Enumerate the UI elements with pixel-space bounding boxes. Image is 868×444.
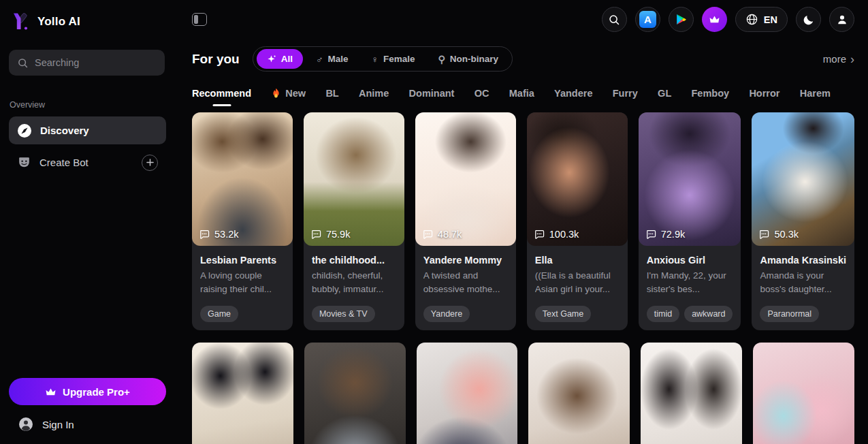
tag[interactable]: awkward — [684, 306, 733, 322]
character-card[interactable]: 48.7k Yandere Mommy A twisted and obsess… — [415, 112, 516, 330]
sidebar-item-discovery[interactable]: Discovery — [9, 116, 166, 144]
character-card[interactable]: 50.3k Amanda Krasinski Amanda is your bo… — [752, 112, 854, 330]
app-store-icon: A — [639, 11, 656, 28]
card-info: Ella ((Ella is a beautiful Asian girl in… — [527, 246, 628, 330]
sidebar-item-label: Discovery — [40, 125, 89, 136]
chevron-right-icon: › — [850, 53, 854, 65]
tab-horror[interactable]: Horror — [749, 88, 779, 100]
tab-mafia[interactable]: Mafia — [509, 88, 534, 100]
tab-gl[interactable]: GL — [658, 88, 671, 100]
app-store-button[interactable]: A — [635, 7, 660, 32]
add-bot-button[interactable] — [142, 155, 158, 171]
search-button[interactable] — [602, 7, 627, 32]
character-image: 50.3k — [752, 112, 854, 246]
tab-oc[interactable]: OC — [475, 88, 489, 100]
tab-new[interactable]: New — [271, 88, 306, 100]
language-selector[interactable]: EN — [735, 7, 788, 32]
character-card[interactable]: 72.9k Anxious Girl I'm Mandy, 22, your s… — [639, 112, 741, 330]
chat-bubble-icon — [645, 229, 656, 240]
card-info: Amanda Krasinski Amanda is your boss's d… — [752, 246, 854, 330]
tab-dominant[interactable]: Dominant — [409, 88, 455, 100]
tab-yandere[interactable]: Yandere — [554, 88, 592, 100]
character-image — [753, 343, 854, 444]
tag[interactable]: Paranormal — [760, 306, 819, 322]
character-card[interactable]: 100.3k Ella ((Ella is a beautiful Asian … — [527, 112, 628, 330]
tag[interactable]: Yandere — [423, 306, 470, 322]
search-icon — [608, 14, 620, 26]
tag[interactable]: timid — [647, 306, 679, 322]
search-input[interactable] — [35, 57, 144, 68]
tag-row: Paranormal — [760, 306, 846, 322]
tab-anime[interactable]: Anime — [359, 88, 389, 100]
category-tabs: Recommend New BL Anime Dominant OC Mafia… — [192, 88, 831, 100]
account-button[interactable] — [829, 7, 854, 32]
character-image: 53.2k — [192, 112, 293, 246]
character-card[interactable] — [417, 343, 518, 444]
character-description: childish, cheerful, bubbly, immatur... — [312, 269, 396, 296]
more-link[interactable]: more › — [823, 53, 854, 65]
card-info: Anxious Girl I'm Mandy, 22, your sister'… — [639, 246, 741, 330]
character-card[interactable] — [753, 343, 854, 444]
character-description: A twisted and obsessive mothe... — [423, 269, 508, 296]
sign-in-button[interactable]: Sign In — [0, 417, 175, 444]
brand-name: Yollo AI — [37, 15, 80, 29]
character-card[interactable] — [304, 343, 406, 444]
flame-icon — [271, 88, 281, 99]
moon-icon — [803, 14, 815, 26]
google-play-button[interactable] — [669, 7, 694, 32]
pro-crown-button[interactable] — [702, 7, 727, 32]
sidebar-toggle-icon[interactable] — [192, 13, 207, 26]
google-play-icon — [675, 13, 688, 26]
card-info: the childhood... childish, cheerful, bub… — [304, 246, 404, 330]
tab-recommend[interactable]: Recommend — [192, 88, 251, 100]
character-card[interactable]: 53.2k Lesbian Parents A loving couple ra… — [192, 112, 293, 330]
character-name: Lesbian Parents — [200, 255, 285, 266]
crown-icon — [709, 14, 720, 25]
tab-furry[interactable]: Furry — [613, 88, 638, 100]
views-badge: 100.3k — [534, 229, 579, 240]
character-description: I'm Mandy, 22, your sister's bes... — [647, 269, 733, 296]
theme-toggle-button[interactable] — [796, 7, 821, 32]
sidebar-search[interactable] — [9, 50, 165, 76]
character-image — [528, 343, 630, 444]
sidebar: Yollo AI Overview Discovery — [0, 0, 175, 444]
character-image: 75.9k — [304, 112, 404, 246]
character-name: the childhood... — [312, 255, 396, 266]
character-description: A loving couple raising their chil... — [200, 269, 285, 296]
filter-male[interactable]: ♂ Male — [304, 54, 360, 65]
tab-femboy[interactable]: Femboy — [692, 88, 730, 100]
character-image — [641, 343, 742, 444]
tag[interactable]: Text Game — [535, 306, 591, 322]
language-label: EN — [764, 14, 777, 25]
globe-icon — [745, 13, 758, 26]
top-bar: A EN — [192, 7, 854, 32]
filter-female[interactable]: ♀ Female — [359, 54, 426, 65]
character-card[interactable] — [641, 343, 742, 444]
tag[interactable]: Movies & TV — [312, 306, 375, 322]
chat-bubble-icon — [758, 229, 769, 240]
brand[interactable]: Yollo AI — [0, 0, 175, 34]
character-grid: 53.2k Lesbian Parents A loving couple ra… — [192, 112, 854, 330]
sidebar-item-create-bot[interactable]: Create Bot — [9, 148, 166, 176]
character-image — [417, 343, 518, 444]
tab-harem[interactable]: Harem — [800, 88, 831, 100]
character-card[interactable]: 75.9k the childhood... childish, cheerfu… — [304, 112, 404, 330]
person-icon — [836, 14, 848, 26]
tag[interactable]: Game — [200, 306, 238, 322]
sidebar-section-label: Overview — [10, 100, 175, 110]
filter-nonbinary[interactable]: ⚲ Non-binary — [426, 54, 510, 65]
character-grid-row2 — [192, 343, 854, 444]
for-you-title: For you — [192, 52, 240, 67]
character-card[interactable] — [528, 343, 630, 444]
gender-filter-group: All ♂ Male ♀ Female ⚲ Non-binary — [253, 46, 513, 72]
character-image — [192, 343, 293, 444]
character-card[interactable] — [192, 343, 293, 444]
upgrade-pro-button[interactable]: Upgrade Pro+ — [9, 378, 166, 405]
tab-bl[interactable]: BL — [325, 88, 338, 100]
filter-all[interactable]: All — [257, 49, 303, 69]
character-name: Ella — [535, 255, 620, 266]
search-icon — [17, 57, 29, 69]
chat-bubble-icon — [422, 229, 433, 240]
character-image: 100.3k — [527, 112, 628, 246]
views-badge: 48.7k — [422, 229, 462, 240]
